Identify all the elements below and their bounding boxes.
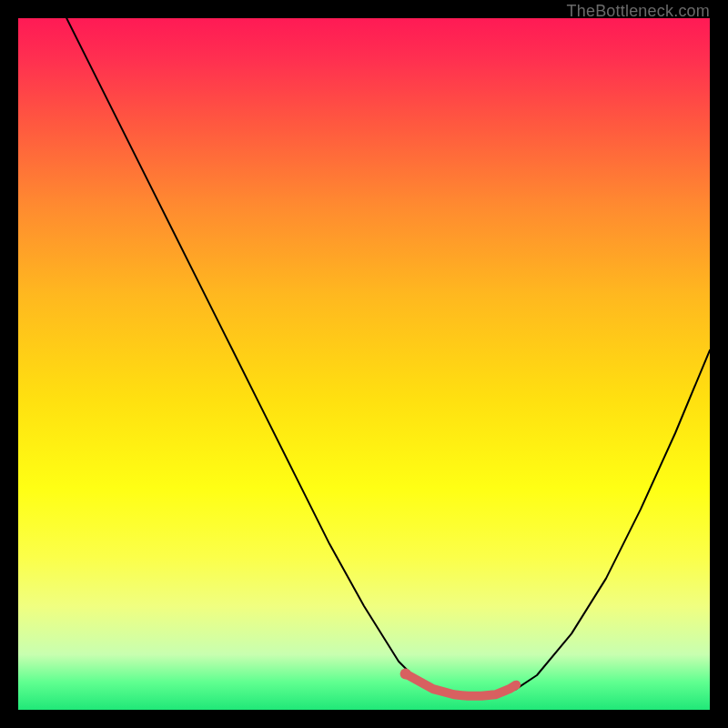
optimal-range-marker (406, 673, 517, 695)
plot-area (18, 18, 710, 710)
optimal-start-dot (400, 668, 411, 679)
bottleneck-curve (66, 18, 710, 696)
watermark-text: TheBottleneck.com (567, 2, 710, 21)
bottleneck-chart: TheBottleneck.com (0, 0, 728, 728)
curve-svg (18, 18, 710, 710)
